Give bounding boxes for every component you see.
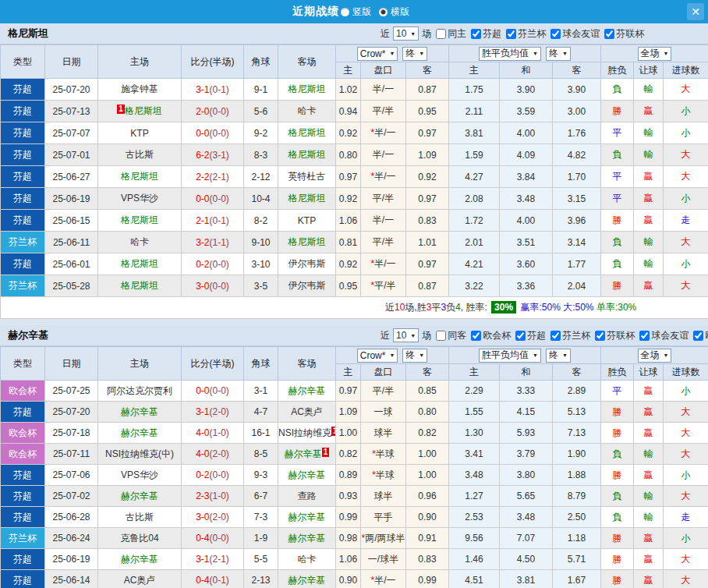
scope-select[interactable]: 全场▼ — [638, 349, 672, 363]
matches-count-select[interactable]: 10▼ — [393, 27, 419, 41]
fulltime-score: 4-0 — [196, 427, 209, 438]
avg-home-odds: 2.08 — [449, 188, 500, 210]
team-label: 阿尔达克尔贾利 — [107, 385, 172, 396]
fulltime-score: 4-0 — [196, 448, 209, 459]
dropdown-arrow-icon: ▼ — [419, 51, 424, 56]
league-checkbox[interactable] — [471, 29, 481, 39]
match-score: 3-0(0-0) — [182, 275, 244, 297]
col-crow-home: 主 — [336, 62, 361, 79]
col-type: 类型 — [1, 45, 45, 79]
avg-stage-select[interactable]: 终▼ — [546, 47, 571, 61]
team-label: NSI拉纳维克(中) — [105, 448, 174, 459]
league-checkbox[interactable] — [550, 29, 561, 39]
match-score: 2-0(0-0) — [182, 101, 244, 122]
match-row: 芬兰杯25-06-11哈卡3-2(1-1)9-10格尼斯坦0.81平/半1.01… — [1, 232, 708, 253]
near-label: 近 — [381, 329, 390, 342]
crow-away-odds: 0.82 — [406, 423, 449, 444]
league-checkbox[interactable] — [506, 29, 516, 39]
crow-home-odds: 0.90 — [336, 570, 361, 588]
close-icon[interactable]: ✕ — [687, 3, 704, 20]
summary-part: 50% — [542, 302, 561, 313]
halftime-score: (2-0) — [210, 406, 229, 417]
halftime-score: (1-0) — [210, 491, 229, 501]
fulltime-score: 3-1 — [196, 554, 209, 565]
bookmaker-select[interactable]: Crow*▼ — [357, 47, 398, 61]
team-label: 查路 — [298, 491, 317, 501]
league-badge: 欧会杯 — [1, 381, 45, 402]
handicap-star: * — [361, 533, 365, 544]
team-label: 格尼斯坦 — [125, 105, 162, 116]
league-checkbox[interactable] — [604, 29, 614, 39]
match-date: 25-07-20 — [45, 402, 98, 423]
results-tables-container: 格尼斯坦近10▼场同主芬超芬兰杯球会友谊芬联杯类型日期主场比分(半场)角球客场C… — [0, 23, 708, 588]
fulltime-score: 3-0 — [196, 512, 209, 522]
league-checkbox[interactable] — [550, 331, 561, 341]
match-date: 25-07-20 — [45, 79, 98, 101]
title-bar: 近期战绩 竖版 横版 ✕ — [0, 0, 708, 23]
avg-draw-odds: 7.07 — [500, 528, 553, 549]
avg-away-odds: 3.96 — [553, 210, 601, 232]
scope-select[interactable]: 全场▼ — [638, 47, 672, 61]
goals-flag: 小 — [664, 253, 708, 275]
league-badge: 芬超 — [1, 465, 45, 486]
horizontal-layout-radio[interactable] — [379, 8, 388, 16]
team-label: 伊尔韦斯 — [289, 280, 326, 291]
summary-part: 赢率: — [518, 302, 542, 313]
summary-part: 单率: — [594, 302, 618, 313]
avg-away-odds: 2.89 — [553, 381, 601, 402]
league-checkbox[interactable] — [515, 331, 526, 341]
matches-count-select-value: 10 — [396, 28, 406, 39]
match-row: 芬超25-07-20施拿钟基3-1(0-1)9-1格尼斯坦1.02半/一0.87… — [1, 79, 708, 101]
crow-home-odds: 1.00 — [336, 423, 361, 444]
horizontal-layout-label[interactable]: 横版 — [391, 5, 409, 19]
same-venue-checkbox[interactable] — [436, 29, 446, 39]
team-label: 格尼斯坦 — [289, 193, 326, 204]
corner-count: 3-10 — [244, 253, 278, 275]
scope-select-value: 全场 — [641, 47, 660, 60]
handicap-line: 一/球半 — [361, 549, 406, 570]
avg-draw-odds: 3.81 — [500, 570, 553, 588]
goals-flag: 大 — [664, 144, 708, 166]
corner-count: 2-13 — [244, 570, 278, 588]
match-score: 0-0(0-0) — [182, 381, 244, 402]
match-date: 25-06-14 — [45, 570, 98, 588]
league-badge: 芬超 — [1, 210, 45, 232]
odds-stage-select[interactable]: 终▼ — [402, 349, 427, 363]
bookmaker-select[interactable]: Crow*▼ — [357, 349, 398, 363]
league-checkbox[interactable] — [639, 331, 650, 341]
match-row: 欧会杯25-07-11NSI拉纳维克(中)4-0(2-0)8-5赫尔辛基10.8… — [1, 444, 708, 465]
home-team: 赫尔辛基 — [98, 423, 182, 444]
result-flag: 平 — [601, 122, 634, 144]
halftime-score: (0-0) — [210, 533, 229, 544]
match-score: 3-1(2-1) — [182, 549, 244, 570]
odds-stage-select[interactable]: 终▼ — [402, 47, 427, 61]
avg-away-odds: 3.15 — [553, 188, 601, 210]
col-result: 胜负 — [601, 364, 634, 381]
avg-odds-select[interactable]: 胜平负均值▼ — [479, 47, 541, 61]
avg-stage-select[interactable]: 终▼ — [546, 349, 571, 363]
goals-flag: 大 — [664, 486, 708, 507]
result-flag: 勝 — [601, 402, 634, 423]
matches-count-select[interactable]: 10▼ — [393, 328, 419, 342]
league-checkbox[interactable] — [471, 331, 481, 341]
same-venue-checkbox[interactable] — [436, 331, 446, 341]
corner-count: 3-1 — [244, 381, 278, 402]
rank-badge: 1 — [117, 104, 125, 114]
crow-home-odds: 0.97 — [336, 166, 361, 188]
vertical-layout-label[interactable]: 竖版 — [352, 5, 371, 19]
summary-part: , 胜率: — [461, 302, 490, 313]
league-checkbox[interactable] — [595, 331, 605, 341]
league-checkbox-label: 芬联杯 — [616, 27, 644, 41]
avg-odds-select[interactable]: 胜平负均值▼ — [479, 349, 541, 363]
team-label: 赫尔辛基 — [289, 575, 326, 586]
league-checkbox-label: 芬兰杯 — [562, 329, 590, 342]
team-label: 格尼斯坦 — [289, 236, 326, 247]
away-team: NSI拉纳维克1 — [278, 423, 336, 444]
league-checkbox[interactable] — [693, 331, 703, 341]
corner-count: 10-4 — [244, 188, 278, 210]
vertical-layout-radio[interactable] — [341, 8, 349, 16]
halftime-score: (0-0) — [210, 106, 229, 117]
handicap-star: * — [370, 258, 374, 269]
goals-flag: 大 — [664, 275, 708, 297]
home-team: 赫尔辛基 — [98, 486, 182, 507]
